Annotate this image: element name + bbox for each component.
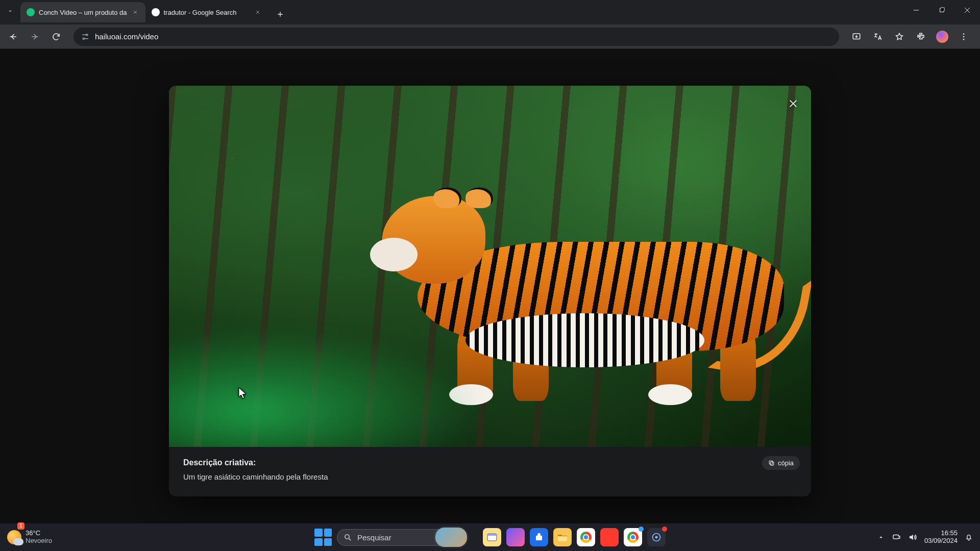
modal-close-button[interactable]: [785, 95, 802, 112]
svg-rect-14: [893, 535, 899, 539]
tab-search-button[interactable]: [0, 0, 20, 22]
star-icon: [895, 32, 904, 41]
address-bar[interactable]: hailuoai.com/video: [74, 28, 839, 46]
kebab-icon: [959, 32, 968, 41]
window-controls: [903, 0, 980, 20]
tune-icon: [81, 32, 90, 41]
close-icon: [132, 9, 138, 15]
mouse-cursor-icon: [238, 387, 248, 400]
minimize-icon: [913, 7, 919, 13]
video-frame-tiger: [169, 86, 811, 447]
arrow-left-icon: [8, 32, 18, 42]
pinned-apps: [483, 528, 666, 546]
tab-strip: Conch Video – um produto da tradutor - G…: [20, 0, 288, 22]
weather-alert-badge: 1: [17, 522, 24, 530]
description-panel: cópia Descrição criativa: Um tigre asiát…: [169, 447, 811, 496]
chevron-up-icon: [877, 534, 885, 541]
new-tab-button[interactable]: [272, 6, 288, 22]
svg-rect-7: [770, 462, 774, 465]
forward-button[interactable]: [26, 28, 44, 46]
tab-title: Conch Video – um produto da: [39, 9, 127, 16]
copy-label: cópia: [778, 459, 794, 467]
extensions-button[interactable]: [912, 28, 930, 46]
weather-temp: 36°C: [26, 530, 52, 537]
taskbar-app-copilot[interactable]: [506, 528, 525, 546]
volume-icon: [908, 533, 917, 542]
weather-icon: [7, 530, 21, 544]
install-app-button[interactable]: [847, 28, 866, 46]
copy-button[interactable]: cópia: [762, 456, 800, 470]
tab-close-button[interactable]: [131, 8, 139, 16]
favicon-icon: [27, 8, 35, 16]
tab-close-button[interactable]: [254, 8, 262, 16]
system-tray: 16:55 03/09/2024: [877, 530, 980, 545]
browser-toolbar: hailuoai.com/video: [0, 24, 980, 49]
taskbar-app-chrome[interactable]: [577, 528, 595, 546]
svg-rect-11: [487, 534, 497, 536]
svg-point-13: [655, 536, 658, 539]
site-info-button[interactable]: [81, 32, 90, 41]
wifi-icon: [892, 533, 901, 542]
weather-widget[interactable]: 1 36°C Nevoeiro: [0, 530, 52, 545]
reload-button[interactable]: [47, 28, 65, 46]
toolbar-actions: [847, 28, 973, 46]
svg-rect-8: [769, 461, 773, 464]
tray-volume-button[interactable]: [908, 533, 917, 542]
reload-icon: [52, 32, 61, 41]
taskbar-center: Pesquisar: [314, 528, 666, 546]
taskbar-app-explorer[interactable]: [553, 528, 572, 546]
window-restore-button[interactable]: [929, 0, 954, 20]
taskbar-search[interactable]: Pesquisar: [337, 529, 449, 546]
close-icon: [788, 98, 799, 109]
search-highlight-thumb: [435, 528, 467, 547]
bookmark-button[interactable]: [890, 28, 909, 46]
close-icon: [964, 7, 970, 13]
tab-conch-video[interactable]: Conch Video – um produto da: [20, 2, 145, 22]
taskbar-app-taskview[interactable]: [483, 528, 501, 546]
page-content: cópia Descrição criativa: Um tigre asiát…: [0, 49, 980, 523]
svg-point-6: [963, 38, 965, 40]
description-label: Descrição criativa:: [183, 458, 797, 467]
clock-time: 16:55: [924, 530, 958, 537]
svg-point-5: [963, 36, 965, 37]
profile-button[interactable]: [933, 28, 951, 46]
search-placeholder: Pesquisar: [357, 533, 391, 542]
back-button[interactable]: [4, 28, 22, 46]
tray-overflow-button[interactable]: [877, 534, 885, 541]
restore-icon: [939, 7, 945, 13]
taskbar-app-chrome-active[interactable]: [624, 528, 642, 546]
taskbar-app-obs[interactable]: [647, 528, 666, 546]
install-icon: [852, 32, 861, 41]
taskbar-app-red[interactable]: [600, 528, 619, 546]
store-icon: [534, 533, 544, 542]
browser-titlebar: Conch Video – um produto da tradutor - G…: [0, 0, 980, 24]
tab-title: tradutor - Google Search: [164, 9, 250, 16]
url-text: hailuoai.com/video: [95, 32, 832, 41]
video-player[interactable]: [169, 86, 811, 447]
folder-icon: [557, 533, 568, 541]
obs-icon: [651, 532, 662, 542]
start-button[interactable]: [314, 529, 332, 546]
chrome-icon: [580, 532, 592, 543]
svg-point-4: [963, 33, 965, 35]
tab-google-tradutor[interactable]: tradutor - Google Search: [145, 2, 268, 22]
chrome-menu-button[interactable]: [954, 28, 973, 46]
arrow-right-icon: [30, 32, 40, 42]
chrome-icon: [627, 532, 639, 543]
tray-notifications-button[interactable]: [965, 533, 973, 542]
bell-icon: [965, 533, 973, 542]
windows-taskbar: 1 36°C Nevoeiro Pesquisar: [0, 523, 980, 551]
window-minimize-button[interactable]: [903, 0, 929, 20]
plus-icon: [276, 10, 284, 18]
taskbar-app-store[interactable]: [530, 528, 548, 546]
description-text: Um tigre asiático caminhando pela flores…: [183, 472, 797, 481]
close-icon: [255, 9, 261, 15]
translate-button[interactable]: [869, 28, 887, 46]
puzzle-icon: [916, 32, 925, 41]
search-icon: [344, 533, 352, 542]
tray-clock[interactable]: 16:55 03/09/2024: [924, 530, 958, 545]
avatar-icon: [936, 31, 948, 43]
tray-network-button[interactable]: [892, 533, 901, 542]
window-close-button[interactable]: [954, 0, 980, 20]
copy-icon: [768, 460, 775, 466]
